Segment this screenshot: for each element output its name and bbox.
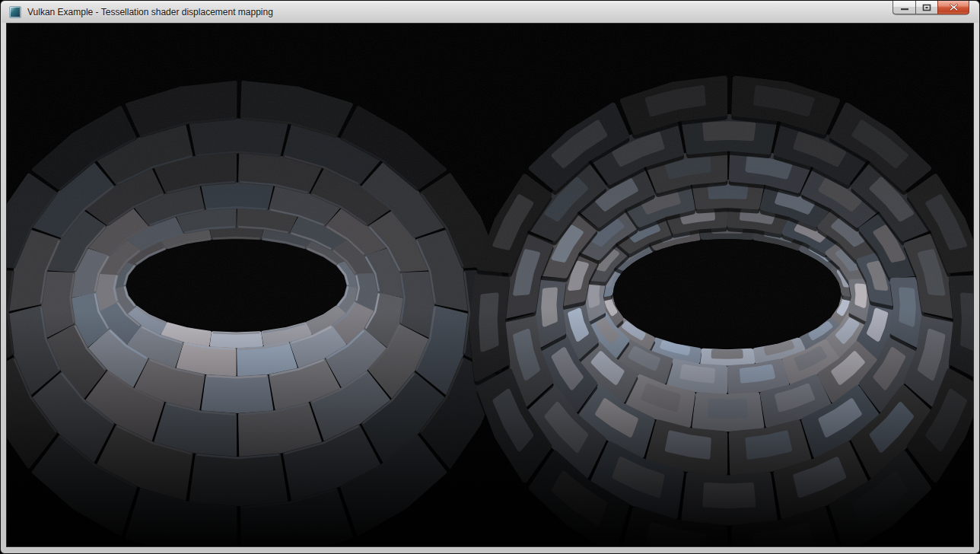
app-window: Vulkan Example - Tessellation shader dis…: [0, 0, 980, 554]
close-button[interactable]: [937, 1, 969, 14]
close-icon: [949, 3, 959, 11]
title-bar[interactable]: Vulkan Example - Tessellation shader dis…: [2, 2, 978, 23]
minimize-button[interactable]: [892, 1, 915, 14]
app-icon[interactable]: [9, 6, 21, 18]
render-viewport[interactable]: [6, 23, 974, 547]
window-controls: [892, 1, 969, 14]
maximize-button[interactable]: [915, 1, 937, 14]
maximize-icon: [922, 4, 931, 11]
minimize-icon: [900, 4, 909, 11]
window-title: Vulkan Example - Tessellation shader dis…: [27, 2, 273, 23]
vulkan-render: [7, 24, 973, 546]
bottom-shadow-overlay: [7, 24, 973, 546]
